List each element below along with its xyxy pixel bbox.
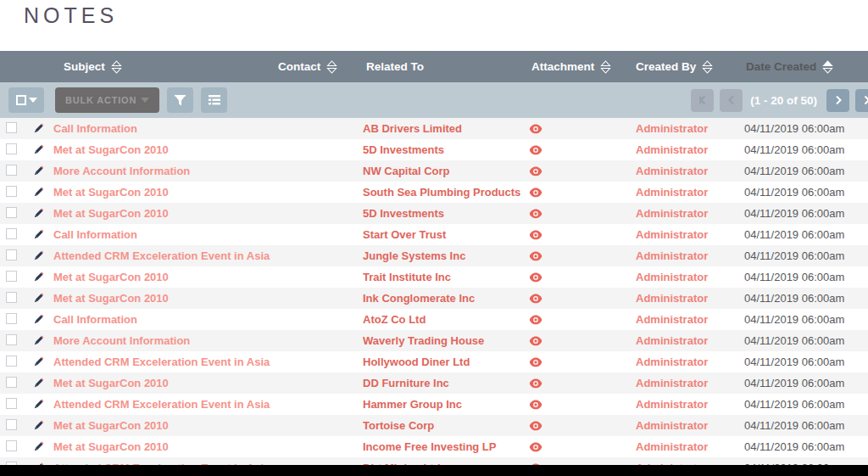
- subject-link[interactable]: Attended CRM Exceleration Event in Asia: [53, 249, 270, 262]
- edit-pencil-icon[interactable]: [32, 207, 45, 220]
- edit-pencil-icon[interactable]: [32, 356, 45, 368]
- attachment-preview-eye-icon[interactable]: [529, 419, 542, 433]
- related-to-link[interactable]: Waverly Trading House: [363, 334, 484, 347]
- row-checkbox[interactable]: [6, 419, 17, 430]
- attachment-preview-eye-icon[interactable]: [529, 334, 542, 348]
- subject-link[interactable]: Attended CRM Exceleration Event in Asia: [53, 398, 270, 411]
- sort-icon-created-by[interactable]: [702, 60, 713, 74]
- related-to-link[interactable]: NW Capital Corp: [363, 165, 450, 177]
- edit-pencil-icon[interactable]: [32, 165, 45, 177]
- edit-pencil-icon[interactable]: [32, 143, 45, 156]
- related-to-link[interactable]: Hollywood Diner Ltd: [363, 356, 470, 368]
- row-checkbox[interactable]: [6, 334, 17, 345]
- attachment-preview-eye-icon[interactable]: [529, 228, 542, 242]
- edit-pencil-icon[interactable]: [32, 186, 45, 199]
- created-by-link[interactable]: Administrator: [636, 419, 708, 432]
- created-by-link[interactable]: Administrator: [636, 122, 708, 135]
- subject-link[interactable]: Met at SugarCon 2010: [53, 377, 169, 389]
- created-by-link[interactable]: Administrator: [636, 249, 708, 262]
- row-checkbox[interactable]: [6, 377, 17, 388]
- row-checkbox[interactable]: [6, 292, 17, 303]
- related-to-link[interactable]: 5D Investments: [363, 143, 444, 156]
- row-checkbox[interactable]: [6, 228, 17, 239]
- related-to-link[interactable]: South Sea Plumbing Products: [363, 186, 520, 199]
- attachment-preview-eye-icon[interactable]: [529, 313, 542, 327]
- subject-link[interactable]: Met at SugarCon 2010: [53, 419, 169, 432]
- related-to-link[interactable]: Tortoise Corp: [363, 419, 434, 432]
- row-checkbox[interactable]: [6, 207, 17, 218]
- related-to-link[interactable]: Hammer Group Inc: [363, 398, 462, 411]
- subject-link[interactable]: Call Information: [53, 228, 137, 241]
- filter-button[interactable]: [167, 87, 193, 113]
- column-header-created-by[interactable]: Created By: [627, 51, 737, 82]
- related-to-link[interactable]: Trait Institute Inc: [363, 271, 451, 283]
- created-by-link[interactable]: Administrator: [636, 356, 708, 368]
- subject-link[interactable]: Call Information: [53, 313, 137, 326]
- column-chooser-button[interactable]: [201, 87, 227, 113]
- edit-pencil-icon[interactable]: [32, 334, 45, 347]
- sort-icon-contact[interactable]: [326, 60, 337, 74]
- subject-link[interactable]: Met at SugarCon 2010: [53, 271, 169, 283]
- row-checkbox[interactable]: [6, 356, 17, 367]
- subject-link[interactable]: Met at SugarCon 2010: [53, 440, 169, 453]
- related-to-link[interactable]: AtoZ Co Ltd: [363, 313, 426, 326]
- sort-icon-attachment[interactable]: [600, 60, 611, 74]
- created-by-link[interactable]: Administrator: [636, 377, 708, 389]
- edit-pencil-icon[interactable]: [32, 228, 45, 241]
- subject-link[interactable]: Met at SugarCon 2010: [53, 143, 169, 156]
- sort-icon-date-created-asc[interactable]: [822, 60, 833, 74]
- row-checkbox[interactable]: [6, 440, 17, 451]
- attachment-preview-eye-icon[interactable]: [529, 398, 542, 412]
- edit-pencil-icon[interactable]: [32, 292, 45, 305]
- column-header-attachment[interactable]: Attachment: [526, 51, 627, 82]
- row-checkbox[interactable]: [6, 186, 17, 197]
- created-by-link[interactable]: Administrator: [636, 207, 708, 220]
- related-to-link[interactable]: AB Drivers Limited: [363, 122, 462, 135]
- column-header-contact[interactable]: Contact: [278, 51, 363, 82]
- created-by-link[interactable]: Administrator: [636, 271, 708, 283]
- subject-link[interactable]: Met at SugarCon 2010: [53, 207, 169, 220]
- related-to-link[interactable]: Ink Conglomerate Inc: [363, 292, 475, 305]
- column-header-subject[interactable]: Subject: [53, 51, 278, 82]
- subject-link[interactable]: More Account Information: [53, 334, 190, 347]
- subject-link[interactable]: Attended CRM Exceleration Event in Asia: [53, 356, 270, 368]
- attachment-preview-eye-icon[interactable]: [529, 271, 542, 284]
- created-by-link[interactable]: Administrator: [636, 313, 708, 326]
- pagination-next-button[interactable]: [826, 89, 849, 112]
- row-checkbox[interactable]: [6, 249, 17, 260]
- pagination-last-button[interactable]: [855, 89, 868, 112]
- created-by-link[interactable]: Administrator: [636, 228, 708, 241]
- bulk-action-button[interactable]: BULK ACTION: [55, 87, 159, 113]
- subject-link[interactable]: Met at SugarCon 2010: [53, 186, 169, 199]
- row-checkbox[interactable]: [6, 271, 17, 282]
- related-to-link[interactable]: DD Furniture Inc: [363, 377, 449, 389]
- select-all-dropdown-button[interactable]: [8, 87, 44, 113]
- subject-link[interactable]: More Account Information: [53, 165, 190, 177]
- row-checkbox[interactable]: [6, 122, 17, 133]
- created-by-link[interactable]: Administrator: [636, 186, 708, 199]
- row-checkbox[interactable]: [6, 165, 17, 176]
- related-to-link[interactable]: Income Free Investing LP: [363, 440, 497, 453]
- attachment-preview-eye-icon[interactable]: [529, 165, 542, 178]
- created-by-link[interactable]: Administrator: [636, 292, 708, 305]
- attachment-preview-eye-icon[interactable]: [529, 377, 542, 390]
- edit-pencil-icon[interactable]: [32, 271, 45, 283]
- created-by-link[interactable]: Administrator: [636, 398, 708, 411]
- row-checkbox[interactable]: [6, 313, 17, 324]
- attachment-preview-eye-icon[interactable]: [529, 440, 542, 454]
- edit-pencil-icon[interactable]: [32, 122, 45, 135]
- row-checkbox[interactable]: [6, 398, 17, 409]
- edit-pencil-icon[interactable]: [32, 313, 45, 326]
- edit-pencil-icon[interactable]: [32, 398, 45, 411]
- edit-pencil-icon[interactable]: [32, 440, 45, 453]
- attachment-preview-eye-icon[interactable]: [529, 122, 542, 136]
- attachment-preview-eye-icon[interactable]: [529, 207, 542, 221]
- created-by-link[interactable]: Administrator: [636, 334, 708, 347]
- edit-pencil-icon[interactable]: [32, 377, 45, 389]
- row-checkbox[interactable]: [6, 143, 17, 154]
- edit-pencil-icon[interactable]: [32, 249, 45, 262]
- column-header-date-created[interactable]: Date Created: [737, 51, 868, 82]
- edit-pencil-icon[interactable]: [32, 419, 45, 432]
- attachment-preview-eye-icon[interactable]: [529, 249, 542, 263]
- attachment-preview-eye-icon[interactable]: [529, 186, 542, 199]
